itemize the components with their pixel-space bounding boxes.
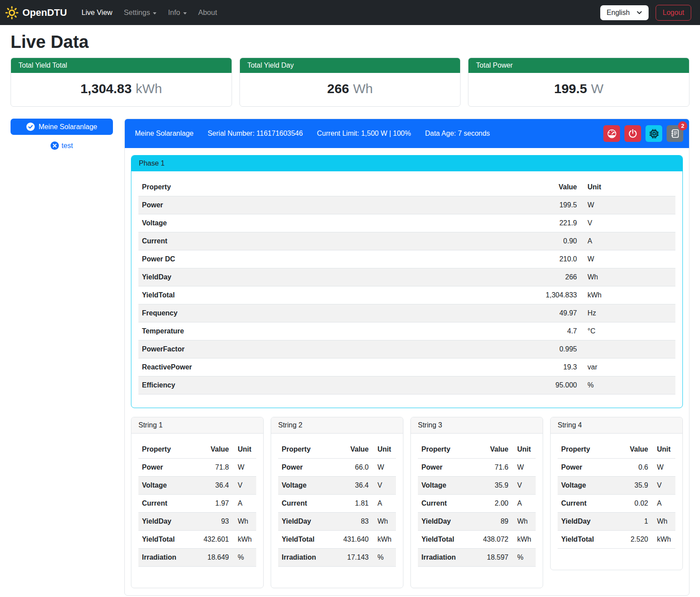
phase-title: Phase 1 [131,156,682,171]
row-property: Voltage [138,214,528,232]
row-unit: A [512,495,536,513]
power-button[interactable] [624,125,641,142]
summary-card: Total Yield Day266Wh [239,58,461,107]
limit-settings-button[interactable] [603,125,620,142]
table-row: Voltage35.9V [418,477,536,495]
row-property: Irradiation [278,549,332,567]
nav-links: Live ViewSettingsInfoAbout [76,5,223,20]
nav-item-live-view[interactable]: Live View [76,5,118,20]
row-property: Current [558,495,611,513]
row-unit: Wh [652,513,675,531]
string-title: String 3 [411,417,543,434]
row-unit: A [580,232,675,250]
summary-card-value: 1,304.83 [80,81,132,96]
row-property: Power [138,196,528,214]
row-unit [580,340,675,358]
check-circle-icon [26,123,35,131]
row-value: 1 [611,513,652,531]
nav-item-info[interactable]: Info [162,5,192,20]
row-value: 71.6 [472,459,512,477]
table-row: Current0.02A [558,495,675,513]
language-select[interactable]: English [600,5,649,20]
column-header-property: Property [278,441,332,459]
table-row: YieldDay1Wh [558,513,675,531]
row-unit: % [372,549,396,567]
sidebar-item-label: Meine Solaranlage [39,123,97,131]
row-value: 221.9 [528,214,580,232]
string-title: String 4 [551,417,682,434]
row-unit: kWh [580,286,675,304]
string-title: String 1 [131,417,263,434]
summary-card-title: Total Yield Total [11,58,232,73]
table-row: PowerFactor0.995 [138,340,675,358]
row-property: Power [138,459,192,477]
summary-card-body: 1,304.83kWh [11,73,232,106]
sidebar-item-test[interactable]: test [51,141,73,150]
summary-cards-row: Total Yield Total1,304.83kWhTotal Yield … [11,58,689,107]
row-value: 0.995 [528,340,580,358]
row-value: 199.5 [528,196,580,214]
row-unit: Wh [512,513,536,531]
row-value: 89 [472,513,512,531]
summary-card-unit: kWh [136,81,162,96]
row-value: 432.601 [192,531,232,549]
cpu-icon [649,129,659,139]
sidebar-item-label: test [62,142,73,150]
gauge-icon [607,129,617,139]
device-info-button[interactable] [646,125,662,142]
row-unit: A [232,495,256,513]
sidebar-item-meine-solaranlage[interactable]: Meine Solaranlage [11,119,113,135]
row-unit: % [232,549,256,567]
inverter-name: Meine Solaranlage [135,130,193,137]
row-unit: W [372,459,396,477]
nav-item-settings[interactable]: Settings [118,5,163,20]
row-value: 49.97 [528,304,580,322]
row-unit: % [580,376,675,394]
column-header-unit: Unit [512,441,536,459]
row-property: Voltage [418,477,472,495]
column-header-property: Property [138,441,192,459]
logout-button[interactable]: Logout [656,5,691,21]
inverter-body: Phase 1 Property Value Unit Power199.5WV… [125,148,689,595]
row-property: Irradiation [138,549,192,567]
row-value: 71.8 [192,459,232,477]
inverter-header: Meine Solaranlage Serial Number: 1161716… [125,119,689,148]
table-row: YieldDay93Wh [138,513,256,531]
table-row: Power66.0W [278,459,396,477]
row-property: Irradiation [418,549,472,567]
row-unit: V [372,477,396,495]
journal-text-icon [670,129,680,138]
column-header-unit: Unit [652,441,675,459]
table-row: YieldTotal1,304.833kWh [138,286,675,304]
event-log-button[interactable]: 2 [667,125,683,142]
caret-down-icon [183,12,187,14]
table-header-row: PropertyValueUnit [278,441,396,459]
row-property: YieldDay [138,513,192,531]
nav-item-about[interactable]: About [192,5,223,20]
row-unit: var [580,358,675,376]
row-value: 19.3 [528,358,580,376]
row-property: YieldDay [418,513,472,531]
summary-card-body: 199.5W [468,73,689,106]
row-property: Power [418,459,472,477]
row-value: 1.81 [332,495,372,513]
table-row: Current0.90A [138,232,675,250]
row-property: Current [278,495,332,513]
row-property: YieldTotal [558,531,611,549]
summary-card-title: Total Power [468,58,689,73]
row-value: 1.97 [192,495,232,513]
row-unit: W [512,459,536,477]
table-row: Power71.8W [138,459,256,477]
row-property: PowerFactor [138,340,528,358]
row-property: Current [138,495,192,513]
row-value: 2.00 [472,495,512,513]
brand[interactable]: OpenDTU [5,6,67,19]
string-table: PropertyValueUnitPower71.6WVoltage35.9VC… [418,441,536,567]
string-title: String 2 [271,417,403,434]
row-property: Frequency [138,304,528,322]
caret-down-icon [153,12,156,14]
row-property: Current [138,232,528,250]
column-header-value: Value [528,178,580,196]
row-value: 2.520 [611,531,652,549]
column-header-property: Property [138,178,528,196]
